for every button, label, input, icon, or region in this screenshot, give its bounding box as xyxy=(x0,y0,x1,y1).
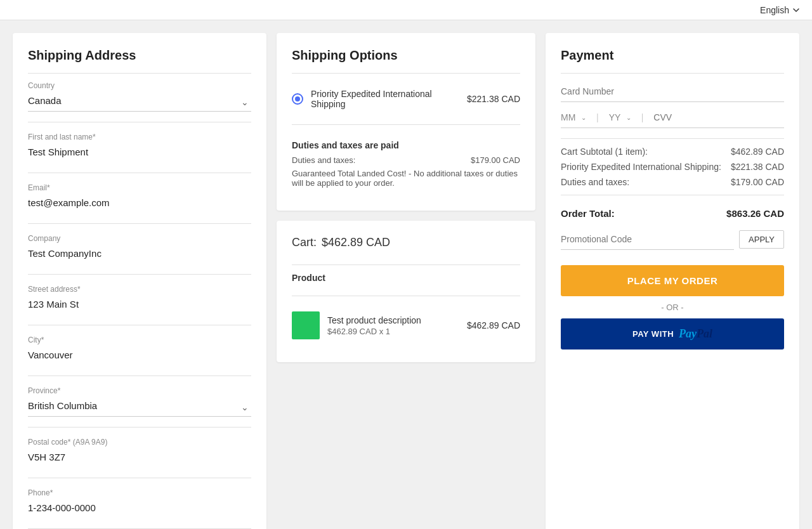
product-price: $462.89 CAD xyxy=(467,320,520,330)
shipping-summary-value: $221.38 CAD xyxy=(731,162,784,172)
radio-inner xyxy=(295,96,300,101)
shipping-address-title: Shipping Address xyxy=(28,48,251,63)
country-label: Country xyxy=(28,81,251,90)
duties-row: Duties and taxes: $179.00 CAD xyxy=(292,155,520,165)
duties-box: Duties and taxes are paid Duties and tax… xyxy=(292,133,520,195)
shipping-summary-label: Priority Expedited International Shippin… xyxy=(561,162,731,172)
promo-input[interactable] xyxy=(561,229,734,250)
mm-chevron-icon: ⌄ xyxy=(581,114,586,121)
radio-selected-icon xyxy=(292,93,303,105)
duties-note: Guaranteed Total Landed Cost! - No addit… xyxy=(292,169,520,188)
chevron-down-icon xyxy=(793,7,799,13)
postal-group: Postal code* (A9A 9A9) V5H 3Z7 xyxy=(28,438,251,467)
paypal-pay-with-label: PAY WITH xyxy=(632,329,674,339)
company-value[interactable]: Test CompanyInc xyxy=(28,245,251,264)
name-group: First and last name* Test Shipment xyxy=(28,133,251,162)
duties-summary-row: Duties and taxes: $179.00 CAD xyxy=(561,177,784,187)
shipping-address-section: Shipping Address Country Canada ⌄ First … xyxy=(13,33,266,529)
product-thumbnail xyxy=(292,311,320,339)
shipping-option-price: $221.38 CAD xyxy=(467,94,520,104)
cvv-input[interactable] xyxy=(653,112,691,122)
city-value[interactable]: Vancouver xyxy=(28,347,251,365)
middle-column: Shipping Options Priority Expedited Inte… xyxy=(277,33,535,529)
province-group: Province* British Columbia ⌄ xyxy=(28,386,251,417)
mm-select[interactable]: MM xyxy=(561,112,576,122)
yy-chevron-icon: ⌄ xyxy=(626,114,631,121)
product-sub: $462.89 CAD x 1 xyxy=(327,327,459,336)
cart-item: Test product description $462.89 CAD x 1… xyxy=(292,304,520,347)
language-label: English xyxy=(760,5,789,15)
postal-value[interactable]: V5H 3Z7 xyxy=(28,449,251,467)
subtotal-row: Cart Subtotal (1 item): $462.89 CAD xyxy=(561,147,784,157)
duties-value: $179.00 CAD xyxy=(471,155,520,165)
shipping-summary-row: Priority Expedited International Shippin… xyxy=(561,162,784,172)
email-group: Email* test@example.com xyxy=(28,183,251,213)
country-group: Country Canada ⌄ xyxy=(28,81,251,112)
country-select-wrapper[interactable]: Canada ⌄ xyxy=(28,93,251,112)
payment-title: Payment xyxy=(561,48,784,63)
phone-group: Phone* 1-234-000-0000 xyxy=(28,488,251,518)
place-order-button[interactable]: PLACE MY ORDER xyxy=(561,265,784,296)
top-bar: English xyxy=(0,0,812,20)
paypal-button[interactable]: PAY WITH PayPal xyxy=(561,318,784,349)
duties-label: Duties and taxes: xyxy=(292,155,355,165)
product-name: Test product description xyxy=(327,315,459,325)
shipping-option-item[interactable]: Priority Expedited International Shippin… xyxy=(292,81,520,117)
main-content: Shipping Address Country Canada ⌄ First … xyxy=(0,20,812,529)
order-total-label: Order Total: xyxy=(561,208,615,219)
cart-total: $462.89 CAD xyxy=(322,236,390,249)
email-label: Email* xyxy=(28,183,251,192)
apply-button[interactable]: APPLY xyxy=(739,230,784,249)
province-select[interactable]: British Columbia xyxy=(28,398,251,417)
payment-section: Payment MM ⌄ | YY ⌄ | Cart Subtotal (1 i… xyxy=(546,33,799,529)
street-group: Street address* 123 Main St xyxy=(28,285,251,315)
province-label: Province* xyxy=(28,386,251,395)
paypal-logo: PayPal xyxy=(679,327,712,341)
street-value[interactable]: 123 Main St xyxy=(28,296,251,315)
cart-product-header: Product xyxy=(292,273,520,288)
language-selector[interactable]: English xyxy=(760,5,799,15)
email-value[interactable]: test@example.com xyxy=(28,195,251,213)
province-select-wrapper[interactable]: British Columbia ⌄ xyxy=(28,398,251,417)
yy-select[interactable]: YY xyxy=(609,112,621,122)
order-total-row: Order Total: $863.26 CAD xyxy=(561,203,784,219)
or-divider: - OR - xyxy=(561,303,784,312)
street-label: Street address* xyxy=(28,285,251,294)
city-group: City* Vancouver xyxy=(28,336,251,365)
name-label: First and last name* xyxy=(28,133,251,141)
product-info: Test product description $462.89 CAD x 1 xyxy=(327,315,459,336)
phone-value[interactable]: 1-234-000-0000 xyxy=(28,500,251,518)
subtotal-value: $462.89 CAD xyxy=(731,147,784,157)
shipping-options-section: Shipping Options Priority Expedited Inte… xyxy=(277,33,535,211)
phone-label: Phone* xyxy=(28,488,251,497)
city-label: City* xyxy=(28,336,251,344)
promo-row: APPLY xyxy=(561,229,784,250)
cart-section: Cart: $462.89 CAD Product Test product d… xyxy=(277,221,535,362)
duties-title: Duties and taxes are paid xyxy=(292,140,520,150)
card-number-input[interactable] xyxy=(561,81,784,102)
country-select[interactable]: Canada xyxy=(28,93,251,112)
order-total-value: $863.26 CAD xyxy=(726,208,784,219)
postal-label: Postal code* (A9A 9A9) xyxy=(28,438,251,447)
card-expiry-row: MM ⌄ | YY ⌄ | xyxy=(561,112,784,128)
duties-summary-label: Duties and taxes: xyxy=(561,177,731,187)
shipping-options-title: Shipping Options xyxy=(292,48,520,63)
company-label: Company xyxy=(28,234,251,243)
company-group: Company Test CompanyInc xyxy=(28,234,251,264)
cart-label: Cart: xyxy=(292,236,317,249)
shipping-option-label: Priority Expedited International Shippin… xyxy=(311,89,459,109)
duties-summary-value: $179.00 CAD xyxy=(731,177,784,187)
subtotal-label: Cart Subtotal (1 item): xyxy=(561,147,731,157)
name-value[interactable]: Test Shipment xyxy=(28,144,251,162)
